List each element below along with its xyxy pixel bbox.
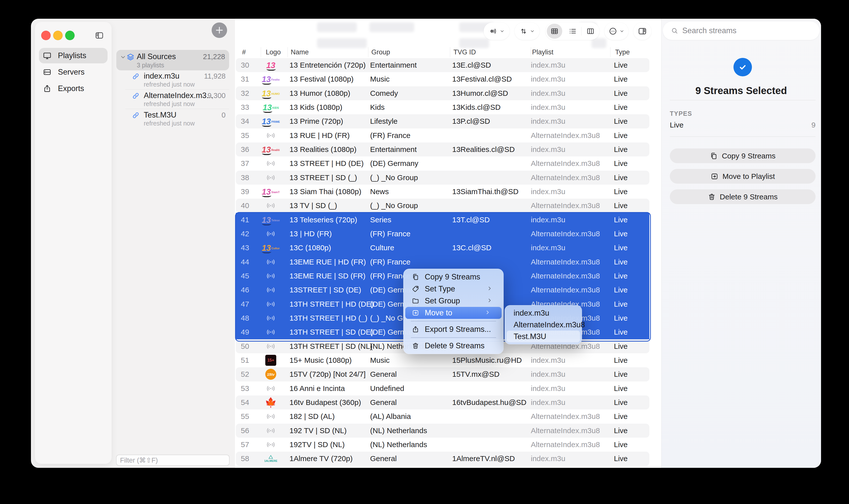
stream-type-menu-button[interactable]: [484, 22, 510, 40]
menu-item-export-9-streams-[interactable]: Export 9 Streams...: [403, 323, 504, 335]
menu-item-delete-9-streams[interactable]: Delete 9 Streams: [403, 340, 504, 352]
table-row[interactable]: 54🍁16tv Budapest (360p)General16tvBudape…: [236, 395, 649, 410]
table-row[interactable]: 4313Cultura13C (1080p)Culture13C.cl@SDin…: [236, 241, 649, 255]
table-row[interactable]: 3813 STREET | SD (_)(_) _No GroupAlterna…: [236, 171, 649, 185]
desktop-background: PlaylistsServersExports All Sources 21,2…: [0, 0, 849, 504]
all-sources-subtitle: 3 playlists: [137, 61, 164, 69]
disclosure-chevron-icon[interactable]: [120, 54, 126, 60]
filter-input[interactable]: Filter (⌘⇧F): [116, 455, 230, 466]
channel-logo: 1ALMERE: [264, 455, 277, 462]
copy-icon: [710, 152, 718, 160]
radio-placeholder-icon: [266, 285, 276, 295]
menu-item-set-type[interactable]: Set Type: [403, 283, 504, 295]
table-row[interactable]: 4213 | HD (FR)(FR) FranceAlternateIndex.…: [236, 227, 649, 241]
columns-view-icon: [586, 27, 595, 35]
search-placeholder: Search streams: [682, 26, 737, 35]
table-row[interactable]: 5215tv15TV (720p) [Not 24/7]General15TV.…: [236, 367, 649, 381]
playlist-list: index.m3u11,928refreshed just nowAlterna…: [116, 70, 229, 128]
sidebar-pane: PlaylistsServersExports: [35, 22, 111, 464]
table-row[interactable]: 581ALMERE1Almere TV (720p)General1Almere…: [236, 452, 649, 466]
trash-icon: [412, 342, 419, 349]
menu-item-move-to[interactable]: Move to: [405, 307, 502, 319]
radio-placeholder-icon: [266, 313, 276, 323]
table-row[interactable]: 4413EME RUE | HD (FR)(FR) FranceAlternat…: [236, 255, 649, 269]
link-icon: [132, 92, 140, 100]
radio-placeholder-icon: [266, 341, 276, 351]
table-row[interactable]: 55182 | SD (AL)(AL) AlbaniaAlternateInde…: [236, 410, 649, 424]
sidebar-item-exports[interactable]: Exports: [39, 81, 108, 96]
view-columns-button[interactable]: [581, 22, 599, 40]
channel-logo: 13SiamThai: [262, 187, 280, 196]
table-header: #LogoNameGroupTVG IDPlaylistType: [236, 46, 649, 58]
table-row[interactable]: 56192 TV | SD (NL)(NL) NetherlandsAltern…: [236, 424, 649, 438]
table-row[interactable]: 5316 Anni e IncintaUndefinedindex.m3uLiv…: [236, 381, 649, 395]
sidebar-item-servers[interactable]: Servers: [39, 65, 108, 80]
channel-logo: 13Teleseries: [262, 216, 280, 224]
table-row[interactable]: 5115+15+ Music (1080p)Music15PlusMusic.r…: [236, 353, 649, 367]
delete-9-streams-button[interactable]: Delete 9 Streams: [670, 190, 816, 204]
sidebar-left-toggle-button[interactable]: [95, 31, 104, 40]
playlist-row[interactable]: index.m3u11,928refreshed just now: [116, 70, 229, 89]
all-sources-icon: [126, 53, 135, 61]
column-header-[interactable]: #: [242, 49, 246, 56]
link-icon: [132, 72, 140, 80]
close-window-button[interactable]: [41, 31, 51, 40]
playlist-all-sources-row[interactable]: All Sources 21,228 3 playlists: [116, 50, 229, 70]
table-row[interactable]: 3313KIDS13 Kids (1080p)Kids13Kids.cl@SDi…: [236, 100, 649, 114]
all-sources-count: 21,228: [203, 53, 225, 61]
export-icon: [43, 84, 51, 93]
radio-placeholder-icon: [266, 299, 276, 309]
column-header-group[interactable]: Group: [371, 49, 390, 56]
submenu-item-alternateindex-m3u8[interactable]: AlternateIndex.m3u8: [505, 319, 582, 330]
context-menu: Copy 9 StreamsSet TypeSet GroupMove toEx…: [403, 269, 504, 354]
inspector-actions: Copy 9 StreamsMove to PlaylistDelete 9 S…: [670, 148, 816, 210]
view-table-button[interactable]: [545, 22, 563, 40]
channel-logo: 13: [266, 61, 275, 69]
column-header-playlist[interactable]: Playlist: [532, 49, 554, 56]
table-row[interactable]: 3413PRIME13 Prime (720p)Lifestyle13P.cl@…: [236, 114, 649, 128]
menu-item-copy-9-streams[interactable]: Copy 9 Streams: [403, 271, 504, 283]
table-row[interactable]: 4013 TV | SD (_)(_) _No GroupAlternateIn…: [236, 199, 649, 213]
zoom-window-button[interactable]: [65, 31, 75, 40]
table-row[interactable]: 3213HUMOR13 Humor (1080p)Comedy13Humor.c…: [236, 86, 649, 100]
column-header-tvgid[interactable]: TVG ID: [453, 49, 476, 56]
column-header-name[interactable]: Name: [291, 49, 309, 56]
move-to-playlist-button[interactable]: Move to Playlist: [670, 169, 816, 184]
submenu-item-test-m3u[interactable]: Test.M3U: [507, 330, 580, 342]
search-input[interactable]: Search streams: [663, 21, 819, 40]
column-header-type[interactable]: Type: [615, 49, 630, 56]
table-row[interactable]: 3713 STREET | HD (DE)(DE) GermanyAlterna…: [236, 157, 649, 170]
inspector-toggle-button[interactable]: [633, 22, 651, 40]
all-sources-name: All Sources: [137, 52, 176, 61]
menu-item-set-group[interactable]: Set Group: [403, 295, 504, 307]
table-row[interactable]: 57192TV | SD (NL)(NL) NetherlandsAlterna…: [236, 438, 649, 452]
chevron-right-icon: [485, 309, 491, 316]
table-row[interactable]: 301313 Entretención (720p)Entertainment1…: [236, 58, 649, 72]
sidebar-item-playlists[interactable]: Playlists: [39, 48, 108, 64]
submenu-item-index-m3u[interactable]: index.m3u: [505, 307, 582, 319]
minimize-window-button[interactable]: [53, 31, 62, 40]
table-row[interactable]: 3913SiamThai13 Siam Thai (1080p)News13Si…: [236, 185, 649, 199]
playlist-row[interactable]: Test.M3U0refreshed just now: [116, 109, 229, 128]
type-summary-row: Live9: [670, 120, 816, 130]
table-row[interactable]: 4113Teleseries13 Teleseries (720p)Series…: [236, 213, 649, 227]
more-options-button[interactable]: [604, 22, 628, 40]
channel-logo: 15+: [265, 355, 276, 366]
table-row[interactable]: 3113Festival13 Festival (1080p)Music13Fe…: [236, 72, 649, 86]
streams-table-pane: #LogoNameGroupTVG IDPlaylistType 301313 …: [235, 19, 661, 468]
column-header-logo[interactable]: Logo: [266, 49, 281, 56]
channel-logo: 13HUMOR: [262, 89, 280, 97]
table-row[interactable]: 3613Realities13 Realities (1080p)Enterta…: [236, 142, 649, 157]
move-icon: [412, 309, 419, 317]
radio-placeholder-icon: [266, 229, 276, 239]
radio-placeholder-icon: [266, 383, 276, 394]
view-list-button[interactable]: [563, 22, 581, 40]
copy-9-streams-button[interactable]: Copy 9 Streams: [670, 148, 816, 163]
sort-menu-button[interactable]: [514, 22, 540, 40]
table-row[interactable]: 3513 RUE | HD (FR)(FR) FranceAlternateIn…: [236, 128, 649, 142]
server-icon: [43, 68, 51, 76]
playlist-row[interactable]: AlternateIndex.m3...9,300refreshed just …: [116, 89, 229, 109]
sort-icon: [519, 27, 528, 35]
add-playlist-button[interactable]: [212, 22, 227, 38]
channel-logo: 13Realities: [262, 145, 280, 154]
